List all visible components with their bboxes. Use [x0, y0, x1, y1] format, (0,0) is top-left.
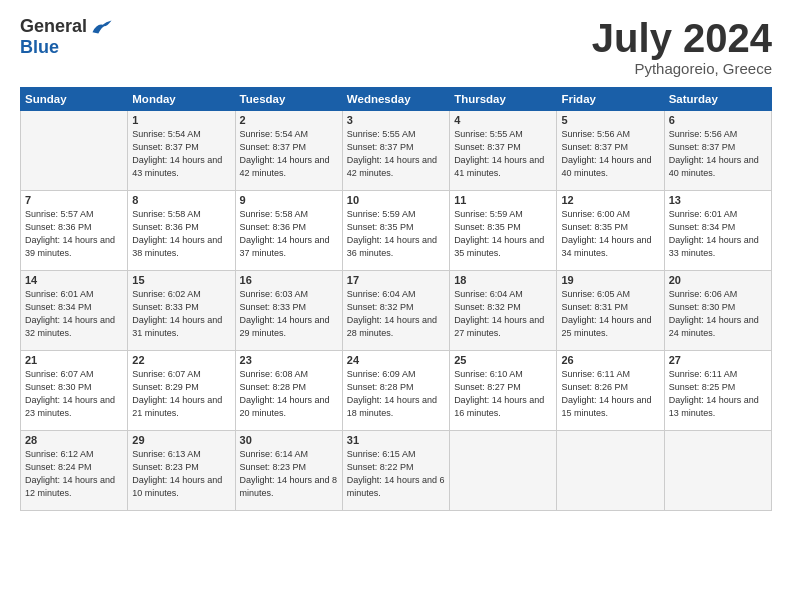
day-number: 20 — [669, 274, 767, 286]
day-number: 30 — [240, 434, 338, 446]
day-number: 13 — [669, 194, 767, 206]
day-number: 24 — [347, 354, 445, 366]
day-number: 18 — [454, 274, 552, 286]
day-number: 7 — [25, 194, 123, 206]
day-number: 8 — [132, 194, 230, 206]
month-title: July 2024 — [592, 16, 772, 60]
cell-info: Sunrise: 6:06 AMSunset: 8:30 PMDaylight:… — [669, 288, 767, 340]
day-cell: 10Sunrise: 5:59 AMSunset: 8:35 PMDayligh… — [342, 191, 449, 271]
day-number: 28 — [25, 434, 123, 446]
day-number: 10 — [347, 194, 445, 206]
day-cell: 13Sunrise: 6:01 AMSunset: 8:34 PMDayligh… — [664, 191, 771, 271]
cell-info: Sunrise: 5:56 AMSunset: 8:37 PMDaylight:… — [669, 128, 767, 180]
week-row-3: 14Sunrise: 6:01 AMSunset: 8:34 PMDayligh… — [21, 271, 772, 351]
day-cell: 8Sunrise: 5:58 AMSunset: 8:36 PMDaylight… — [128, 191, 235, 271]
title-block: July 2024 Pythagoreio, Greece — [592, 16, 772, 77]
day-number: 26 — [561, 354, 659, 366]
day-cell: 17Sunrise: 6:04 AMSunset: 8:32 PMDayligh… — [342, 271, 449, 351]
day-number: 1 — [132, 114, 230, 126]
cell-info: Sunrise: 5:54 AMSunset: 8:37 PMDaylight:… — [132, 128, 230, 180]
cell-info: Sunrise: 6:07 AMSunset: 8:29 PMDaylight:… — [132, 368, 230, 420]
header-friday: Friday — [557, 88, 664, 111]
header-wednesday: Wednesday — [342, 88, 449, 111]
day-number: 14 — [25, 274, 123, 286]
cell-info: Sunrise: 6:07 AMSunset: 8:30 PMDaylight:… — [25, 368, 123, 420]
day-cell: 4Sunrise: 5:55 AMSunset: 8:37 PMDaylight… — [450, 111, 557, 191]
logo: General Blue — [20, 16, 113, 58]
day-cell: 23Sunrise: 6:08 AMSunset: 8:28 PMDayligh… — [235, 351, 342, 431]
day-cell: 28Sunrise: 6:12 AMSunset: 8:24 PMDayligh… — [21, 431, 128, 511]
header: General Blue July 2024 Pythagoreio, Gree… — [20, 16, 772, 77]
cell-info: Sunrise: 5:55 AMSunset: 8:37 PMDaylight:… — [347, 128, 445, 180]
day-number: 12 — [561, 194, 659, 206]
cell-info: Sunrise: 5:56 AMSunset: 8:37 PMDaylight:… — [561, 128, 659, 180]
cell-info: Sunrise: 5:58 AMSunset: 8:36 PMDaylight:… — [240, 208, 338, 260]
day-number: 9 — [240, 194, 338, 206]
day-cell: 20Sunrise: 6:06 AMSunset: 8:30 PMDayligh… — [664, 271, 771, 351]
header-tuesday: Tuesday — [235, 88, 342, 111]
cell-info: Sunrise: 6:01 AMSunset: 8:34 PMDaylight:… — [25, 288, 123, 340]
week-row-2: 7Sunrise: 5:57 AMSunset: 8:36 PMDaylight… — [21, 191, 772, 271]
day-number: 23 — [240, 354, 338, 366]
day-number: 21 — [25, 354, 123, 366]
day-cell: 12Sunrise: 6:00 AMSunset: 8:35 PMDayligh… — [557, 191, 664, 271]
day-cell: 19Sunrise: 6:05 AMSunset: 8:31 PMDayligh… — [557, 271, 664, 351]
day-number: 19 — [561, 274, 659, 286]
cell-info: Sunrise: 6:14 AMSunset: 8:23 PMDaylight:… — [240, 448, 338, 500]
cell-info: Sunrise: 6:11 AMSunset: 8:26 PMDaylight:… — [561, 368, 659, 420]
cell-info: Sunrise: 6:12 AMSunset: 8:24 PMDaylight:… — [25, 448, 123, 500]
day-number: 15 — [132, 274, 230, 286]
cell-info: Sunrise: 6:01 AMSunset: 8:34 PMDaylight:… — [669, 208, 767, 260]
week-row-5: 28Sunrise: 6:12 AMSunset: 8:24 PMDayligh… — [21, 431, 772, 511]
day-cell: 22Sunrise: 6:07 AMSunset: 8:29 PMDayligh… — [128, 351, 235, 431]
day-cell: 25Sunrise: 6:10 AMSunset: 8:27 PMDayligh… — [450, 351, 557, 431]
logo-general-text: General — [20, 16, 87, 37]
header-sunday: Sunday — [21, 88, 128, 111]
day-cell: 21Sunrise: 6:07 AMSunset: 8:30 PMDayligh… — [21, 351, 128, 431]
cell-info: Sunrise: 6:03 AMSunset: 8:33 PMDaylight:… — [240, 288, 338, 340]
calendar-header-row: SundayMondayTuesdayWednesdayThursdayFrid… — [21, 88, 772, 111]
day-cell: 14Sunrise: 6:01 AMSunset: 8:34 PMDayligh… — [21, 271, 128, 351]
calendar-table: SundayMondayTuesdayWednesdayThursdayFrid… — [20, 87, 772, 511]
day-number: 25 — [454, 354, 552, 366]
day-number: 11 — [454, 194, 552, 206]
day-cell: 15Sunrise: 6:02 AMSunset: 8:33 PMDayligh… — [128, 271, 235, 351]
day-cell: 26Sunrise: 6:11 AMSunset: 8:26 PMDayligh… — [557, 351, 664, 431]
header-saturday: Saturday — [664, 88, 771, 111]
location: Pythagoreio, Greece — [592, 60, 772, 77]
day-number: 22 — [132, 354, 230, 366]
day-number: 4 — [454, 114, 552, 126]
cell-info: Sunrise: 6:05 AMSunset: 8:31 PMDaylight:… — [561, 288, 659, 340]
cell-info: Sunrise: 5:59 AMSunset: 8:35 PMDaylight:… — [454, 208, 552, 260]
day-cell: 7Sunrise: 5:57 AMSunset: 8:36 PMDaylight… — [21, 191, 128, 271]
cell-info: Sunrise: 6:15 AMSunset: 8:22 PMDaylight:… — [347, 448, 445, 500]
header-monday: Monday — [128, 88, 235, 111]
header-thursday: Thursday — [450, 88, 557, 111]
day-number: 5 — [561, 114, 659, 126]
cell-info: Sunrise: 6:10 AMSunset: 8:27 PMDaylight:… — [454, 368, 552, 420]
day-cell — [21, 111, 128, 191]
day-cell: 11Sunrise: 5:59 AMSunset: 8:35 PMDayligh… — [450, 191, 557, 271]
day-number: 6 — [669, 114, 767, 126]
cell-info: Sunrise: 6:04 AMSunset: 8:32 PMDaylight:… — [347, 288, 445, 340]
day-number: 17 — [347, 274, 445, 286]
cell-info: Sunrise: 5:57 AMSunset: 8:36 PMDaylight:… — [25, 208, 123, 260]
day-cell: 18Sunrise: 6:04 AMSunset: 8:32 PMDayligh… — [450, 271, 557, 351]
cell-info: Sunrise: 6:08 AMSunset: 8:28 PMDaylight:… — [240, 368, 338, 420]
day-cell: 2Sunrise: 5:54 AMSunset: 8:37 PMDaylight… — [235, 111, 342, 191]
week-row-4: 21Sunrise: 6:07 AMSunset: 8:30 PMDayligh… — [21, 351, 772, 431]
day-cell: 27Sunrise: 6:11 AMSunset: 8:25 PMDayligh… — [664, 351, 771, 431]
day-cell: 30Sunrise: 6:14 AMSunset: 8:23 PMDayligh… — [235, 431, 342, 511]
week-row-1: 1Sunrise: 5:54 AMSunset: 8:37 PMDaylight… — [21, 111, 772, 191]
day-number: 29 — [132, 434, 230, 446]
day-cell: 6Sunrise: 5:56 AMSunset: 8:37 PMDaylight… — [664, 111, 771, 191]
cell-info: Sunrise: 5:54 AMSunset: 8:37 PMDaylight:… — [240, 128, 338, 180]
cell-info: Sunrise: 6:04 AMSunset: 8:32 PMDaylight:… — [454, 288, 552, 340]
day-cell: 24Sunrise: 6:09 AMSunset: 8:28 PMDayligh… — [342, 351, 449, 431]
cell-info: Sunrise: 5:59 AMSunset: 8:35 PMDaylight:… — [347, 208, 445, 260]
cell-info: Sunrise: 6:13 AMSunset: 8:23 PMDaylight:… — [132, 448, 230, 500]
cell-info: Sunrise: 6:00 AMSunset: 8:35 PMDaylight:… — [561, 208, 659, 260]
day-cell: 3Sunrise: 5:55 AMSunset: 8:37 PMDaylight… — [342, 111, 449, 191]
cell-info: Sunrise: 5:58 AMSunset: 8:36 PMDaylight:… — [132, 208, 230, 260]
cell-info: Sunrise: 6:02 AMSunset: 8:33 PMDaylight:… — [132, 288, 230, 340]
